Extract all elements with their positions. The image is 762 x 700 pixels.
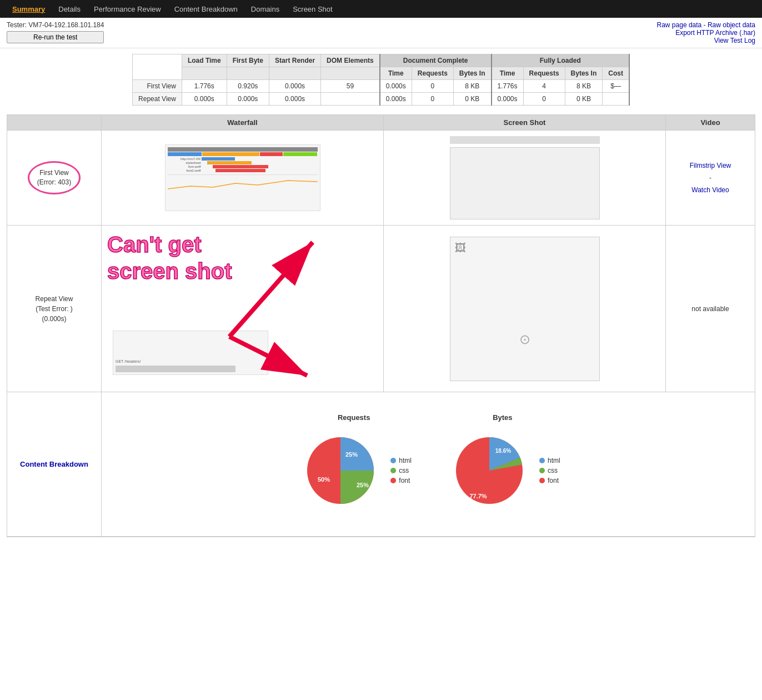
svg-text:25%: 25% (345, 451, 358, 458)
wf-header-video: Video (666, 115, 755, 130)
cant-get-overlay: Can't get screen shot (107, 231, 232, 284)
rv-dc-bytes: 0 KB (453, 93, 491, 106)
nav-domains[interactable]: Domains (244, 2, 286, 17)
waterfall-header: Waterfall Screen Shot Video (7, 115, 755, 131)
subh-dc-bytes: Bytes In (453, 67, 491, 80)
fv-fl-cost: $— (603, 80, 629, 93)
subh-fl-time: Time (492, 67, 524, 80)
requests-pie-wrap: 25% 25% 50% html css (296, 426, 412, 515)
legend-dot-html-b (539, 458, 545, 463)
first-view-video-cell: Filmstrip View - Watch Video (666, 131, 755, 225)
rerun-button[interactable]: Re-run the test (7, 31, 104, 43)
legend-label-css-b: css (548, 467, 558, 474)
legend-css-req: css (390, 467, 412, 474)
fv-dc-time: 0.000s (380, 80, 412, 93)
table-row-repeat-view: Repeat View 0.000s 0.000s 0.000s 0.000s … (133, 93, 629, 106)
subh-fl-cost: Cost (603, 67, 629, 80)
subh-fl-bytes: Bytes In (565, 67, 603, 80)
performance-table-wrap: Load Time First Byte Start Render DOM El… (7, 54, 755, 106)
nav-summary[interactable]: Summary (6, 2, 52, 17)
repeat-view-video-cell: not available (666, 226, 755, 392)
row-label-first-view: First View (133, 80, 182, 93)
legend-dot-font (390, 478, 396, 483)
not-available-label: not available (691, 305, 729, 313)
repeat-view-label-cell: Repeat View (Test Error: ) (0.000s) (7, 226, 102, 392)
filmstrip-view-link[interactable]: Filmstrip View (690, 162, 731, 169)
topbar-right: Raw page data - Raw object data Export H… (657, 21, 755, 44)
legend-label-html-b: html (548, 457, 560, 464)
requests-chart-group: Requests 25% (296, 413, 412, 515)
screenshot-label-bar (450, 136, 600, 144)
repeat-view-row: Repeat View (Test Error: ) (0.000s) Can'… (7, 226, 755, 392)
export-har-link[interactable]: Export HTTP Archive (.har) (675, 29, 755, 37)
tester-info: Tester: VM7-04-192.168.101.184 (7, 21, 104, 29)
content-breakdown-link[interactable]: Content Breakdown (20, 460, 88, 468)
legend-font-req: font (390, 477, 412, 484)
broken-image-icon: 🖼 (455, 242, 466, 254)
col-start-render: Start Render (269, 54, 321, 67)
not-available-text: not available (691, 305, 729, 313)
nav-performance-review[interactable]: Performance Review (87, 2, 168, 17)
watch-video-link[interactable]: Watch Video (691, 186, 729, 194)
content-breakdown-label-cell: Content Breakdown (7, 392, 102, 536)
rv-dom-elements (321, 93, 380, 106)
raw-page-link[interactable]: Raw page data (657, 21, 702, 29)
first-view-oval: First View (Error: 403) (28, 161, 81, 194)
fv-dom-elements: 59 (321, 80, 380, 93)
waterfall-section: Waterfall Screen Shot Video First View (… (7, 114, 755, 537)
rv-start-render: 0.000s (269, 93, 321, 106)
bytes-chart-title: Bytes (493, 413, 512, 422)
legend-dot-font-b (539, 478, 545, 483)
navbar: Summary Details Performance Review Conte… (0, 0, 762, 18)
legend-html-bytes: html (539, 457, 560, 464)
legend-label-font: font (399, 477, 410, 484)
raw-object-link[interactable]: Raw object data (708, 21, 755, 29)
group-fully-loaded: Fully Loaded (492, 54, 629, 67)
subh-dc-time: Time (380, 67, 412, 80)
repeat-view-screenshot-cell: 🖼 ⊙ (384, 226, 666, 392)
first-view-error: (Error: 403) (37, 178, 71, 186)
group-doc-complete: Document Complete (380, 54, 492, 67)
loading-spinner: ⊙ (519, 332, 530, 347)
svg-text:50%: 50% (318, 476, 330, 483)
legend-label-html: html (399, 457, 412, 464)
bytes-pie-wrap: 18.6% 77.7% html css (445, 426, 560, 515)
fv-fl-bytes: 8 KB (565, 80, 603, 93)
fv-fl-time: 1.776s (492, 80, 524, 93)
content-breakdown-row: Content Breakdown Requests (7, 392, 755, 537)
video-separator: - (709, 174, 711, 182)
legend-html-req: html (390, 457, 412, 464)
legend-dot-css-b (539, 468, 545, 473)
video-links: Filmstrip View - Watch Video (690, 162, 731, 194)
svg-text:77.7%: 77.7% (469, 493, 487, 499)
col-dom-elements: DOM Elements (321, 54, 380, 67)
view-log-link[interactable]: View Test Log (714, 37, 755, 44)
screenshot-broken: 🖼 ⊙ (450, 237, 600, 381)
col-first-byte: First Byte (227, 54, 269, 67)
bytes-chart-group: Bytes (445, 413, 560, 515)
rv-fl-cost (603, 93, 629, 106)
bytes-pie-chart: 18.6% 77.7% (445, 426, 534, 515)
subh-dc-req: Requests (412, 67, 453, 80)
fv-load-time: 1.776s (182, 80, 227, 93)
col-load-time: Load Time (182, 54, 227, 67)
nav-details[interactable]: Details (52, 2, 87, 17)
table-row-first-view: First View 1.776s 0.920s 0.000s 59 0.000… (133, 80, 629, 93)
topbar-left: Tester: VM7-04-192.168.101.184 Re-run th… (7, 21, 104, 43)
requests-pie-chart: 25% 25% 50% (296, 426, 385, 515)
requests-legend: html css font (390, 457, 412, 484)
screenshot-placeholder-fv (450, 147, 600, 219)
legend-label-font-b: font (548, 477, 559, 484)
subh-fl-req: Requests (523, 67, 565, 80)
bytes-legend: html css font (539, 457, 560, 484)
legend-font-bytes: font (539, 477, 560, 484)
nav-screenshot[interactable]: Screen Shot (286, 2, 339, 17)
main-content: Load Time First Byte Start Render DOM El… (0, 48, 762, 548)
svg-text:18.6%: 18.6% (495, 448, 511, 454)
content-breakdown-charts-cell: Requests 25% (102, 392, 755, 536)
nav-content-breakdown[interactable]: Content Breakdown (168, 2, 244, 17)
repeat-waterfall-chart: GET /headers/ (113, 331, 268, 375)
fv-dc-bytes: 8 KB (453, 80, 491, 93)
rv-fl-requests: 0 (523, 93, 565, 106)
legend-dot-css (390, 468, 396, 473)
